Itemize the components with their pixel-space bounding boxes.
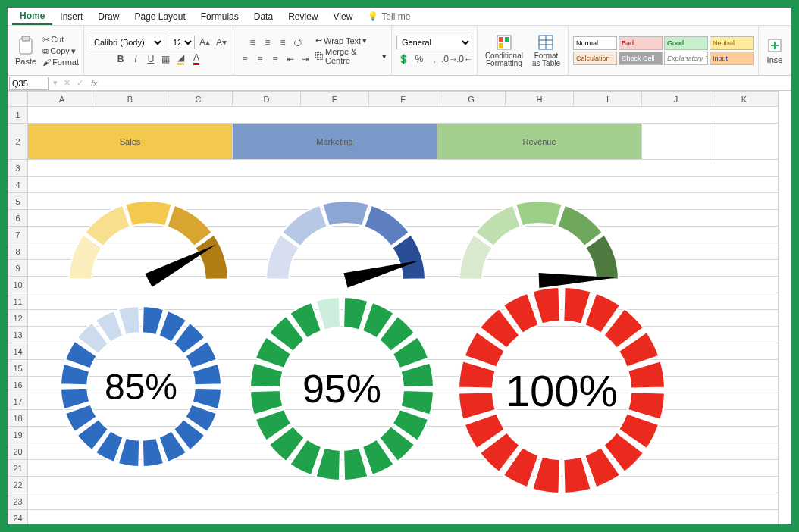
style-normal[interactable]: Normal (573, 36, 617, 50)
decrease-indent-button[interactable]: ⇤ (284, 52, 297, 66)
row-header[interactable]: 13 (8, 327, 28, 343)
align-center-button[interactable]: ≡ (253, 52, 267, 66)
name-box[interactable] (9, 77, 49, 90)
tab-formulas[interactable]: Formulas (193, 9, 246, 24)
select-all-corner[interactable] (8, 92, 28, 107)
col-header[interactable]: D (233, 92, 301, 107)
row-header[interactable]: 12 (8, 310, 28, 327)
svg-rect-5 (499, 43, 503, 48)
table-icon (537, 34, 554, 51)
style-calculation[interactable]: Calculation (573, 52, 617, 65)
tab-pagelayout[interactable]: Page Layout (127, 9, 193, 24)
decrease-decimal-button[interactable]: .0← (458, 52, 472, 66)
conditional-formatting-button[interactable]: Conditional Formatting (482, 33, 526, 69)
cut-button[interactable]: ✂ Cut (42, 35, 64, 45)
row-header[interactable]: 4 (8, 177, 28, 193)
col-header[interactable]: H (506, 92, 574, 107)
increase-indent-button[interactable]: ⇥ (299, 52, 312, 66)
tab-home[interactable]: Home (12, 8, 52, 25)
orientation-button[interactable]: ⭯ (291, 36, 305, 49)
row-header[interactable]: 6 (8, 210, 28, 227)
header-marketing: Marketing (233, 124, 437, 160)
style-input[interactable]: Input (710, 52, 754, 65)
row-header[interactable]: 20 (8, 443, 28, 460)
row-header[interactable]: 3 (8, 160, 28, 177)
currency-icon: 💲 (398, 54, 409, 64)
underline-button[interactable]: U (144, 52, 158, 66)
row-header[interactable]: 17 (8, 393, 28, 410)
row-header[interactable]: 15 (8, 360, 28, 377)
row-header[interactable]: 1 (8, 107, 28, 124)
row-header[interactable]: 22 (8, 477, 28, 493)
align-bottom-button[interactable]: ≡ (276, 36, 290, 49)
row-header[interactable]: 23 (8, 493, 28, 510)
style-neutral[interactable]: Neutral (710, 36, 754, 50)
format-as-table-button[interactable]: Format as Table (529, 33, 563, 69)
tab-draw[interactable]: Draw (90, 9, 127, 24)
col-header[interactable]: J (642, 92, 710, 107)
style-explanatory[interactable]: Explanatory T… (664, 52, 708, 65)
col-header[interactable]: B (96, 92, 164, 107)
wrap-text-button[interactable]: ↩ Wrap Text ▾ (315, 36, 367, 45)
tell-me[interactable]: 💡 Tell me (360, 9, 418, 24)
fill-color-button[interactable]: ◢ (174, 52, 188, 66)
bold-button[interactable]: B (114, 52, 127, 66)
font-color-button[interactable]: A (190, 52, 203, 66)
col-header[interactable]: G (437, 92, 506, 107)
align-left-button[interactable]: ≡ (238, 52, 252, 66)
cancel-formula-icon[interactable]: ✕ (64, 78, 70, 88)
increase-font-button[interactable]: A▴ (198, 36, 212, 49)
col-header[interactable]: I (574, 92, 642, 107)
borders-button[interactable]: ▦ (159, 52, 173, 66)
row-header[interactable]: 24 (8, 510, 28, 525)
row-header[interactable]: 21 (8, 460, 28, 477)
col-header[interactable]: A (28, 92, 96, 107)
percent-button[interactable]: % (412, 52, 426, 66)
tab-data[interactable]: Data (246, 9, 280, 24)
merge-centre-button[interactable]: ⿻ Merge & Centre ▾ (315, 47, 387, 65)
row-header[interactable]: 10 (8, 277, 28, 293)
col-header[interactable]: E (301, 92, 369, 107)
style-bad[interactable]: Bad (619, 36, 663, 50)
tab-view[interactable]: View (326, 9, 361, 24)
format-painter-button[interactable]: 🖌 Format (42, 58, 79, 67)
font-size-select[interactable]: 12 (168, 36, 195, 49)
formula-input[interactable] (102, 77, 791, 90)
tab-insert[interactable]: Insert (52, 9, 90, 24)
row-header[interactable]: 5 (8, 193, 28, 210)
decrease-font-button[interactable]: A▾ (215, 36, 228, 49)
style-check-cell[interactable]: Check Cell (619, 52, 663, 65)
col-header[interactable]: F (369, 92, 437, 107)
row-header[interactable]: 2 (8, 124, 28, 160)
col-header[interactable]: K (710, 92, 779, 107)
fx-icon[interactable]: fx (91, 79, 98, 88)
font-name-select[interactable]: Calibri (Body) (89, 36, 164, 49)
bucket-icon: ◢ (177, 52, 184, 65)
row-header[interactable]: 14 (8, 343, 28, 360)
row-header[interactable]: 19 (8, 427, 28, 443)
italic-button[interactable]: I (129, 52, 143, 66)
currency-button[interactable]: 💲 (397, 52, 411, 66)
row-header[interactable]: 16 (8, 377, 28, 393)
row-header[interactable]: 9 (8, 260, 28, 277)
row-header[interactable]: 18 (8, 410, 28, 427)
enter-formula-icon[interactable]: ✓ (77, 78, 83, 88)
row-header[interactable]: 7 (8, 227, 28, 243)
row-header[interactable]: 11 (8, 293, 28, 310)
number-format-select[interactable]: General (396, 36, 472, 49)
grid[interactable]: A B C D E F G H I J K 1 2 Sales Marketin… (8, 91, 779, 524)
copy-button[interactable]: ⧉ Copy ▾ (42, 46, 76, 56)
tab-review[interactable]: Review (280, 9, 325, 24)
paintbrush-icon: 🖌 (42, 58, 51, 67)
paste-button[interactable]: Paste (12, 34, 39, 67)
col-header[interactable]: C (164, 92, 233, 107)
insert-cells-button[interactable]: Inse (763, 36, 786, 66)
align-right-button[interactable]: ≡ (268, 52, 282, 66)
row-header[interactable]: 8 (8, 243, 28, 260)
comma-button[interactable]: , (428, 52, 441, 66)
namebox-dropdown[interactable]: ▾ (53, 78, 58, 88)
increase-decimal-button[interactable]: .0→ (443, 52, 456, 66)
align-middle-button[interactable]: ≡ (261, 36, 274, 49)
style-good[interactable]: Good (664, 36, 708, 50)
align-top-button[interactable]: ≡ (246, 36, 259, 49)
